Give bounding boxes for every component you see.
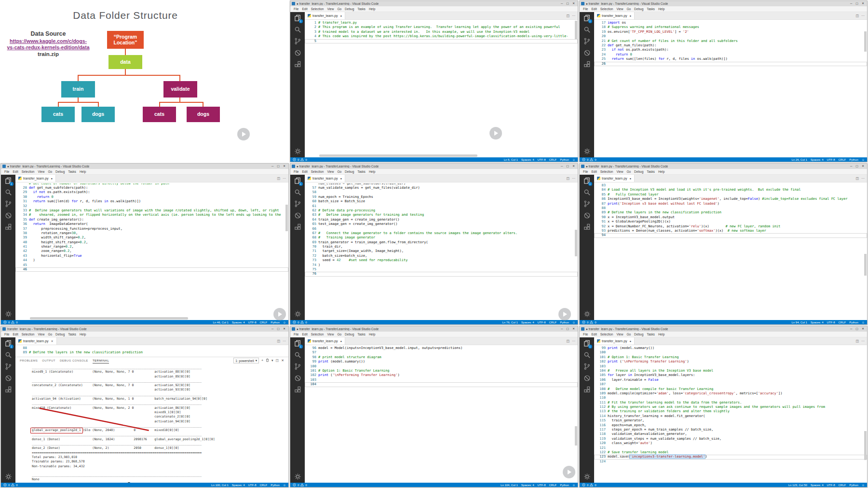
code-line[interactable]: 102print ('\nPerforming Transfer Learnin… — [594, 360, 867, 364]
code-line[interactable]: 71 target_size=(Image_width, Image_heigh… — [305, 249, 578, 253]
feedback-smiley-icon[interactable]: ☺ — [572, 484, 575, 487]
code-line[interactable]: 19os.environ['TF_CPP_MIN_LOG_LEVEL'] = '… — [594, 30, 867, 34]
extensions-icon[interactable] — [583, 61, 591, 68]
warnings-count[interactable]: 0 — [305, 321, 307, 324]
code-line[interactable]: 123model.save('inceptionv3-transfer-lear… — [594, 455, 867, 459]
explorer-icon[interactable]: 1 — [5, 177, 12, 184]
menu-item-tasks[interactable]: Tasks — [357, 333, 366, 336]
status-cursor[interactable]: Ln 5, Col 1 — [504, 158, 518, 161]
menu-item-tasks[interactable]: Tasks — [68, 333, 76, 336]
code-line[interactable]: 88 — [594, 206, 867, 210]
menu-item-view[interactable]: View — [616, 333, 623, 336]
more-actions-icon[interactable]: ⋯ — [861, 14, 865, 18]
menu-item-tasks[interactable]: Tasks — [357, 170, 366, 173]
code-line[interactable]: 65test_image_gen = create_img_generator(… — [305, 222, 578, 226]
minimize-button[interactable]: ─ — [561, 164, 563, 169]
code-line[interactable]: 106 layer.trainable = False — [594, 378, 867, 382]
errors-count[interactable]: 0 — [298, 158, 299, 161]
code-line[interactable]: 58 — [305, 190, 578, 195]
kaggle-link[interactable]: https://www.kaggle.com/c/dogs-vs-cats-re… — [5, 38, 92, 50]
panel-tab-problems[interactable]: PROBLEMS — [20, 358, 38, 363]
search-icon[interactable] — [294, 189, 301, 196]
source-control-icon[interactable] — [294, 38, 301, 45]
horizontal-scrollbar[interactable] — [30, 317, 188, 320]
settings-gear-icon[interactable] — [5, 473, 12, 480]
extensions-icon[interactable] — [583, 386, 591, 393]
menu-item-view[interactable]: View — [616, 170, 623, 173]
maximize-button[interactable]: ▢ — [566, 164, 569, 169]
menu-item-debug[interactable]: Debug — [634, 170, 643, 173]
status-indentation[interactable]: Spaces: 4 — [811, 484, 824, 487]
menu-item-help[interactable]: Help — [369, 7, 375, 11]
menu-item-file[interactable]: File — [294, 170, 298, 173]
status-eol[interactable]: CRLF — [260, 321, 268, 324]
status-encoding[interactable]: UTF-8 — [248, 321, 257, 324]
code-line[interactable]: 119 validation_steps = num_validate_samp… — [594, 437, 867, 441]
tab-transfer-learn-py[interactable]: transfer_learn.py ● — [594, 175, 635, 182]
errors-count[interactable]: 0 — [587, 321, 588, 324]
menu-item-edit[interactable]: Edit — [13, 333, 18, 336]
menu-item-tasks[interactable]: Tasks — [647, 7, 655, 11]
maximize-button[interactable]: ▢ — [855, 326, 858, 332]
split-panel-icon[interactable]: ◫ — [276, 358, 279, 363]
menu-item-selection[interactable]: Selection — [311, 170, 324, 173]
errors-count[interactable]: 0 — [587, 158, 588, 161]
menu-item-selection[interactable]: Selection — [311, 333, 324, 336]
extensions-icon[interactable] — [294, 386, 301, 393]
code-line[interactable]: 115 train_generator, — [594, 418, 867, 423]
close-button[interactable]: ✕ — [572, 1, 575, 6]
more-actions-icon[interactable]: ⋯ — [572, 339, 575, 343]
menu-item-selection[interactable]: Selection — [22, 333, 35, 336]
split-editor-icon[interactable]: ◫ — [277, 177, 280, 181]
tab-dirty-indicator[interactable]: ● — [340, 177, 342, 180]
close-button[interactable]: ✕ — [283, 326, 285, 332]
menu-item-help[interactable]: Help — [80, 170, 86, 173]
source-control-icon[interactable] — [583, 363, 591, 370]
close-button[interactable]: ✕ — [572, 164, 575, 169]
debug-icon[interactable] — [294, 375, 301, 382]
code-line[interactable]: 114history_transfer_learning = model.fit… — [594, 414, 867, 418]
split-editor-icon[interactable]: ◫ — [566, 177, 570, 181]
more-actions-icon[interactable]: ⋯ — [861, 339, 865, 343]
tab-transfer-learn-py[interactable]: transfer_learn.py ● — [305, 12, 345, 19]
maximize-button[interactable]: ▢ — [277, 164, 280, 169]
explorer-icon[interactable]: 1 — [294, 340, 301, 347]
settings-gear-icon[interactable] — [583, 148, 591, 155]
code-line[interactable]: 44 ) — [15, 258, 288, 263]
tab-transfer-learn-py[interactable]: transfer_learn.py ● — [305, 175, 345, 182]
code-line[interactable]: 116 epochs=num_epoch, — [594, 423, 867, 428]
split-editor-icon[interactable]: ◫ — [855, 339, 859, 343]
code-line[interactable]: 70 train_dir, — [305, 245, 578, 249]
code-line[interactable]: 117 steps_per_epoch = num_train_samples … — [594, 428, 867, 432]
search-icon[interactable] — [5, 351, 12, 359]
tab-transfer-learn-py[interactable]: transfer_learn.py ● — [594, 12, 635, 19]
tab-dirty-indicator[interactable]: ● — [630, 14, 632, 17]
code-line[interactable]: 33# Define image generators that will va… — [15, 209, 288, 213]
settings-gear-icon[interactable] — [294, 148, 301, 155]
close-panel-icon[interactable]: ✕ — [281, 358, 284, 363]
minimize-button[interactable]: ─ — [850, 1, 852, 6]
menu-item-edit[interactable]: Edit — [302, 170, 307, 173]
horizontal-scrollbar[interactable] — [319, 154, 477, 157]
vertical-scrollbar[interactable] — [864, 254, 867, 276]
debug-icon[interactable] — [583, 49, 591, 56]
shell-selector[interactable]: 1: powershell▾ — [233, 358, 259, 363]
status-cursor[interactable]: Ln 100, Col 1 — [211, 484, 229, 487]
code-line[interactable]: 60batch_size = Batch_Size — [305, 199, 578, 204]
search-icon[interactable] — [583, 189, 591, 196]
code-line[interactable]: 24 return 0 — [594, 53, 867, 57]
status-cursor[interactable]: Ln 46, Col 1 — [213, 321, 228, 324]
menu-item-view[interactable]: View — [38, 333, 44, 336]
errors-count[interactable]: 0 — [298, 484, 299, 487]
code-line[interactable]: 99print (model.summary()) — [305, 360, 578, 364]
code-line[interactable]: 34# sheared, zoomed in, or flipped horiz… — [15, 213, 288, 217]
debug-icon[interactable] — [294, 212, 301, 219]
close-button[interactable]: ✕ — [572, 326, 575, 332]
status-encoding[interactable]: UTF-8 — [538, 321, 546, 324]
tab-transfer-learn-py[interactable]: transfer_learn.py ● — [594, 337, 635, 345]
code-line[interactable]: 102print ('\nPerforming Transfer Learnin… — [305, 373, 578, 377]
debug-icon[interactable] — [294, 49, 301, 56]
more-actions-icon[interactable]: ⋯ — [572, 14, 575, 18]
status-indentation[interactable]: Spaces: 4 — [811, 321, 824, 324]
menu-item-debug[interactable]: Debug — [634, 333, 643, 336]
